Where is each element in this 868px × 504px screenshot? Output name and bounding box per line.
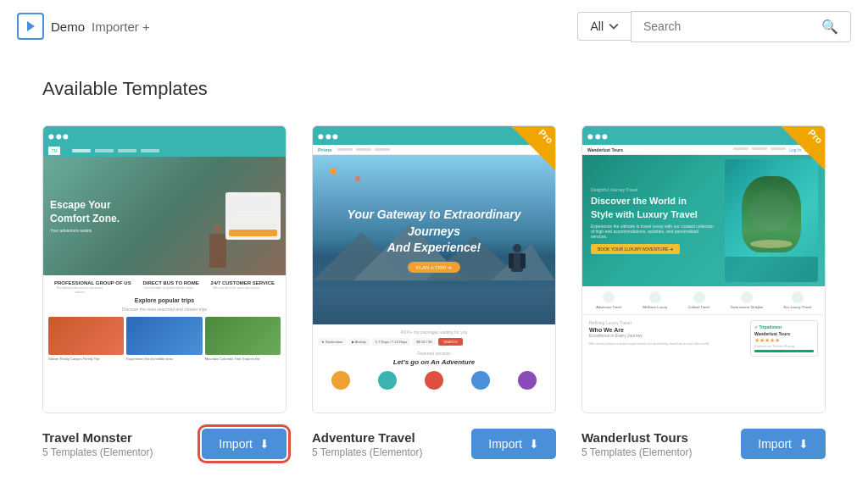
- template-footer-wanderlust: Wanderlust Tours 5 Templates (Elementor)…: [581, 429, 826, 459]
- template-preview-wanderlust: Pro ⬤ ⬤ ⬤ Wanderlust Tours Log In Sign U…: [581, 125, 826, 413]
- template-card-travel-monster: ⬤ ⬤ ⬤ TM: [42, 125, 287, 459]
- template-info-travel-monster: Travel Monster 5 Templates (Elementor): [42, 430, 153, 458]
- main-content: Available Templates ⬤ ⬤ ⬤ TM: [0, 53, 868, 504]
- search-box: 🔍: [631, 11, 851, 42]
- svg-marker-0: [27, 21, 35, 31]
- at-body: 4000+ trip packages waiting for you ★ De…: [313, 324, 555, 400]
- tm-hero: Escape YourComfort Zone. Your adventure …: [43, 157, 286, 275]
- wt-browser-nav: Wanderlust Tours Log In Sign Up: [582, 145, 825, 155]
- template-preview-travel-monster: ⬤ ⬤ ⬤ TM: [42, 125, 287, 413]
- pro-badge-text: Pro: [537, 127, 554, 145]
- section-title: Available Templates: [42, 78, 826, 100]
- header: Demo Importer + All 🔍: [0, 0, 868, 53]
- template-meta-wanderlust: 5 Templates (Elementor): [581, 446, 693, 458]
- wt-hero-text: Delightful Journey Travel Discover the W…: [591, 187, 715, 254]
- tm-hero-text: Escape YourComfort Zone. Your adventure …: [50, 199, 120, 232]
- at-browser-nav: Prime: [313, 145, 555, 155]
- at-circles: [318, 371, 550, 390]
- template-footer-travel-monster: Travel Monster 5 Templates (Elementor) I…: [42, 429, 287, 459]
- tm-hero-form: [225, 192, 281, 240]
- import-button-adventure-travel[interactable]: Import ⬇: [471, 429, 556, 459]
- tm-body: PROFESSIONAL GROUP OF US Something about…: [43, 275, 286, 366]
- pro-badge-text-wt: Pro: [806, 127, 824, 145]
- tripadvisor-card: ✓ Tripadvisor Wanderlust Tours ★★★★★ Exp…: [750, 320, 818, 357]
- template-footer-adventure-travel: Adventure Travel 5 Templates (Elementor)…: [312, 429, 556, 459]
- template-meta-adventure-travel: 5 Templates (Elementor): [312, 446, 423, 458]
- filter-label: All: [590, 19, 604, 33]
- tm-nav: TM: [43, 145, 286, 157]
- wt-hero: Delightful Journey Travel Discover the W…: [582, 155, 825, 286]
- app-title: Demo: [51, 19, 85, 34]
- wt-hero-cta: BOOK YOUR LUXURY ADVENTURE ➜: [591, 244, 680, 254]
- template-info-wanderlust: Wanderlust Tours 5 Templates (Elementor): [581, 430, 693, 458]
- search-button[interactable]: 🔍: [821, 19, 838, 35]
- arrow-icon: [23, 19, 38, 34]
- template-name-adventure-travel: Adventure Travel: [312, 430, 423, 445]
- template-card-wanderlust: Pro ⬤ ⬤ ⬤ Wanderlust Tours Log In Sign U…: [581, 125, 826, 459]
- header-search: All 🔍: [577, 11, 851, 42]
- importer-label[interactable]: Importer +: [92, 19, 150, 34]
- logo-area: Demo Importer +: [17, 13, 150, 40]
- search-input[interactable]: [643, 19, 821, 33]
- at-hero-cta: PLAN A TRIP ➜: [408, 262, 460, 273]
- import-button-travel-monster[interactable]: Import ⬇: [202, 429, 287, 459]
- template-card-adventure-travel: Pro ⬤ ⬤ ⬤ Prime: [312, 125, 556, 459]
- templates-grid: ⬤ ⬤ ⬤ TM: [42, 125, 826, 459]
- download-icon-at: ⬇: [529, 437, 539, 451]
- template-preview-adventure-travel: Pro ⬤ ⬤ ⬤ Prime: [312, 125, 556, 413]
- download-icon: ⬇: [259, 437, 270, 451]
- chevron-down-icon: [609, 21, 619, 31]
- tm-header-bar: ⬤ ⬤ ⬤: [43, 126, 286, 145]
- at-hero: Your Gateway to Extraordinary JourneysAn…: [313, 155, 555, 324]
- wt-nav-icons: Adventure Travel Wellness Luxury Cultura…: [582, 286, 825, 315]
- template-meta-travel-monster: 5 Templates (Elementor): [42, 446, 153, 458]
- template-info-adventure-travel: Adventure Travel 5 Templates (Elementor): [312, 430, 423, 458]
- wt-island-view: [725, 159, 818, 282]
- import-button-wanderlust[interactable]: Import ⬇: [741, 429, 826, 459]
- template-name-travel-monster: Travel Monster: [42, 430, 153, 445]
- filter-dropdown[interactable]: All: [577, 12, 631, 41]
- logo-icon: [17, 13, 44, 40]
- tm-logo-small: TM: [48, 145, 65, 157]
- at-hero-text: Your Gateway to Extraordinary JourneysAn…: [321, 207, 547, 273]
- tm-photos: Glacier Rocky Canyon Family Trip Experie…: [48, 317, 281, 361]
- wt-body: Refining Luxury Travel Who We Are Excell…: [582, 315, 825, 362]
- template-name-wanderlust: Wanderlust Tours: [581, 430, 693, 445]
- download-icon-wt: ⬇: [798, 437, 809, 451]
